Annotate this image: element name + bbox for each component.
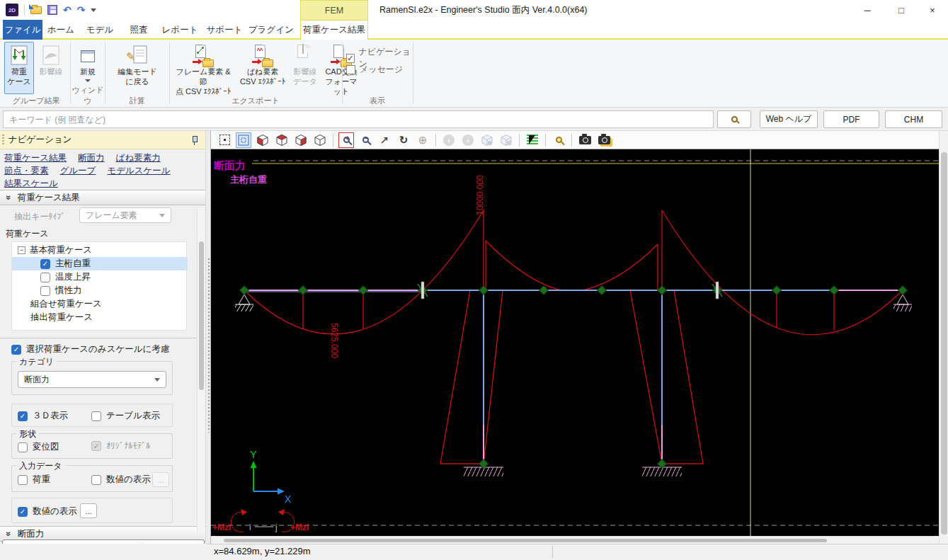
- tab-model[interactable]: モデル: [79, 20, 120, 40]
- tab-load-case-results[interactable]: 荷重ケース結果: [300, 20, 368, 40]
- displacement-checkbox[interactable]: 変位図: [18, 441, 59, 453]
- canvas-vertical-thumb[interactable]: [941, 152, 947, 535]
- link-result-scale[interactable]: 結果スケール: [4, 178, 58, 190]
- zoom-in-icon[interactable]: +: [338, 132, 354, 148]
- tree-item-inertia-force[interactable]: 慣性力: [12, 284, 188, 297]
- undo-icon[interactable]: ↶: [63, 5, 72, 15]
- tree-item-label: 温度上昇: [55, 271, 91, 283]
- navigation-panel: ナビゲーション 荷重ケース結果 断面力 ばね要素力 節点・要素 グループ モデル…: [0, 131, 205, 560]
- minimize-button[interactable]: ─: [852, 0, 883, 20]
- table-display-checkbox[interactable]: テーブル表示: [91, 410, 160, 422]
- status-bar: x=84.629m, y=21.229m: [0, 544, 948, 560]
- show-elements-icon[interactable]: [479, 132, 495, 148]
- influence-line-icon: [39, 45, 63, 67]
- tree-expander-icon[interactable]: −: [18, 246, 25, 254]
- hide-elements-icon[interactable]: [498, 132, 514, 148]
- section-header-load-case-results[interactable]: » 荷重ケース結果: [0, 190, 205, 205]
- region-select-icon[interactable]: [217, 132, 232, 148]
- pin-icon[interactable]: [191, 135, 198, 145]
- history-back-icon[interactable]: ‹: [441, 132, 457, 148]
- pdf-button[interactable]: PDF: [823, 110, 879, 128]
- new-window-dropdown-icon[interactable]: [85, 79, 91, 82]
- snapshot-save-icon[interactable]: [596, 132, 612, 148]
- link-load-case-results[interactable]: 荷重ケース結果: [4, 152, 67, 164]
- link-group[interactable]: グループ: [60, 165, 96, 177]
- link-model-scale[interactable]: モデルスケール: [107, 165, 170, 177]
- influence-line-button[interactable]: 影響線: [35, 42, 67, 94]
- 3d-display-checkbox[interactable]: ３Ｄ表示: [18, 410, 68, 422]
- tab-plugin[interactable]: プラグイン: [246, 20, 296, 40]
- result-numeric-options-button[interactable]: ...: [80, 503, 97, 518]
- snapshot-icon[interactable]: [577, 132, 593, 148]
- app-logo-icon[interactable]: 2D: [6, 4, 18, 16]
- link-nodes-elements[interactable]: 節点・要素: [4, 165, 49, 177]
- message-checkbox[interactable]: メッセージ: [346, 64, 403, 76]
- find-zoom-icon[interactable]: [551, 132, 566, 148]
- tab-file[interactable]: ファイル: [3, 20, 42, 40]
- history-forward-icon[interactable]: ›: [460, 132, 476, 148]
- redo-icon[interactable]: ↷: [77, 5, 86, 15]
- result-numeric-display-checkbox[interactable]: 数値の表示: [18, 505, 77, 518]
- web-help-button[interactable]: Web ヘルプ: [760, 110, 818, 128]
- input-numeric-display-checkbox[interactable]: 数値の表示: [91, 474, 151, 486]
- rotate-view-icon[interactable]: ↻: [396, 132, 411, 148]
- tab-report[interactable]: レポート: [157, 20, 202, 40]
- canvas-vertical-scrollbar[interactable]: [939, 131, 948, 544]
- back-to-edit-mode-button[interactable]: ✎ 編集モード に戻る: [109, 42, 166, 94]
- spring-csv-export-button[interactable]: ばね要素 CSV ｴｸｽﾎﾟｰﾄ: [236, 42, 290, 94]
- canvas-horizontal-thumb[interactable]: [224, 539, 827, 542]
- zoom-out-icon[interactable]: −: [358, 132, 373, 148]
- frame-csv-export-button[interactable]: フレーム要素 & 節 点 CSV ｴｸｽﾎﾟｰﾄ: [171, 42, 236, 94]
- nav-link-row: 結果スケール: [4, 178, 58, 190]
- nodes[interactable]: [240, 286, 908, 469]
- view-iso-front-icon[interactable]: [293, 132, 309, 148]
- zoom-arrow-icon[interactable]: ↗: [377, 132, 392, 148]
- load-display-checkbox[interactable]: 荷重: [18, 474, 50, 486]
- new-window-icon: [76, 45, 100, 67]
- view-iso-left-icon[interactable]: [255, 132, 270, 148]
- close-button[interactable]: ×: [917, 0, 948, 20]
- model-viewport[interactable]: 10000.000 5625.000 断面力 主桁自重 Y X +Mzl i: [211, 149, 939, 536]
- save-icon[interactable]: [47, 5, 57, 15]
- ribbon: 荷重 ケース 影響線 グループ結果 新規 ウィンドウ: [0, 40, 948, 108]
- customize-quick-access-icon[interactable]: [91, 8, 96, 12]
- canvas-horizontal-scrollbar[interactable]: [211, 536, 939, 544]
- checkbox-icon[interactable]: [40, 273, 50, 282]
- tree-item-temperature-rise[interactable]: 温度上昇: [12, 270, 188, 284]
- key-type-combobox[interactable]: フレーム要素: [79, 207, 171, 223]
- panel-splitter[interactable]: [205, 131, 211, 560]
- maximize-button[interactable]: □: [886, 0, 917, 20]
- tab-home[interactable]: ホーム: [42, 20, 79, 40]
- tab-check[interactable]: 照査: [120, 20, 157, 40]
- panel-scrollbar-thumb[interactable]: [199, 241, 204, 390]
- tree-item-basic-load-cases[interactable]: − 基本荷重ケース: [12, 244, 188, 257]
- view-iso-top-icon[interactable]: [274, 132, 290, 148]
- search-input[interactable]: [3, 110, 714, 128]
- scale-selected-only-checkbox[interactable]: 選択荷重ケースのみスケールに考慮: [11, 343, 169, 355]
- view-wireframe-icon[interactable]: [312, 132, 328, 148]
- chevron-collapse-icon: »: [4, 195, 13, 200]
- search-button[interactable]: [717, 110, 751, 128]
- open-icon[interactable]: [30, 6, 42, 14]
- chm-button[interactable]: CHM: [885, 110, 942, 128]
- panel-scrollbar[interactable]: [197, 207, 205, 533]
- influence-data-button[interactable]: 影響線 データ: [290, 42, 321, 94]
- input-data-label: 入力データ: [16, 460, 65, 472]
- link-spring-force[interactable]: ばね要素力: [116, 152, 161, 164]
- tree-item-extracted-load-cases[interactable]: 抽出荷重ケース: [12, 311, 188, 324]
- group-label-window: ウィンドウ: [72, 85, 104, 106]
- support-symbols: [235, 295, 912, 476]
- link-section-force[interactable]: 断面力: [78, 152, 105, 164]
- load-case-button[interactable]: 荷重 ケース: [4, 42, 34, 94]
- tree-item-combined-load-cases[interactable]: 組合せ荷重ケース: [12, 297, 188, 311]
- input-numeric-options-button[interactable]: ...: [152, 472, 169, 487]
- checkbox-icon[interactable]: [40, 286, 50, 296]
- tree-item-main-girder-weight[interactable]: 主桁自重: [12, 257, 188, 270]
- category-combobox[interactable]: 断面力: [18, 371, 166, 388]
- pointer-select-icon[interactable]: [525, 132, 540, 148]
- tab-support[interactable]: サポート: [202, 20, 246, 40]
- divider: [24, 4, 25, 16]
- center-target-icon[interactable]: ⊕: [415, 132, 430, 148]
- checkbox-icon[interactable]: [40, 259, 50, 269]
- fit-view-icon[interactable]: [236, 132, 251, 148]
